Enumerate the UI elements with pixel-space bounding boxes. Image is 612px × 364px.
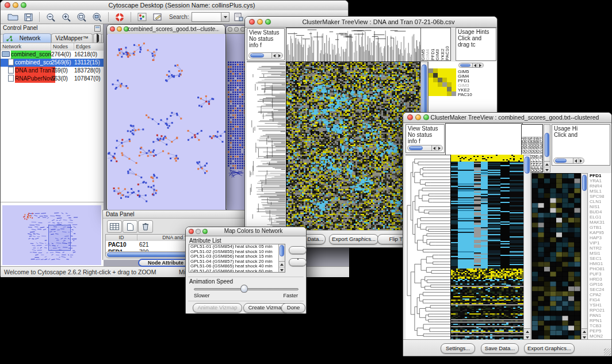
treeview1-titlebar[interactable]: ClusterMaker TreeView : DNA and Tran 07-… — [245, 17, 497, 28]
gene-label[interactable]: PHO81 — [590, 266, 611, 271]
attribute-list-scrollbar[interactable] — [278, 244, 285, 272]
minimize-button[interactable] — [13, 2, 18, 8]
scrollbar-arrows[interactable] — [472, 63, 483, 67]
gene-label[interactable]: PFD1 — [458, 79, 496, 83]
gene-label[interactable]: SPC98 — [590, 194, 611, 199]
scrollbar-arrows[interactable] — [431, 145, 442, 151]
minimize-button[interactable] — [257, 19, 263, 25]
network-graph-canvas[interactable] — [108, 34, 225, 210]
gene-label[interactable]: GIM3 — [458, 83, 496, 88]
gene-label[interactable]: PUF3 — [590, 271, 611, 277]
scrollbar-thumb[interactable] — [460, 64, 471, 67]
gene-label[interactable]: SEC1 — [590, 256, 611, 261]
tab-vizmapper[interactable]: VizMapper™ — [51, 33, 93, 43]
gene-label[interactable]: HRD3 — [590, 277, 611, 282]
gene-label[interactable]: YRA1 — [590, 178, 611, 183]
gene-label[interactable]: RPO21 — [590, 308, 611, 313]
close-button[interactable] — [110, 26, 115, 32]
tv2-heatmap-scrollbar[interactable] — [523, 155, 531, 340]
gene-label[interactable]: MAK31 — [590, 220, 611, 225]
zoom-fit-icon[interactable] — [91, 12, 104, 22]
gene-label[interactable]: MON2 — [590, 334, 611, 339]
minimize-button[interactable] — [196, 229, 201, 234]
close-button[interactable] — [189, 229, 194, 234]
export-graphics-button[interactable]: Export Graphics... — [524, 343, 575, 354]
search-input[interactable] — [192, 13, 221, 21]
main-titlebar[interactable]: Cytoscape Desktop (Session Name: collins… — [1, 1, 348, 11]
gene-label[interactable]: SEC24 — [590, 287, 611, 292]
tv2-labels-scrollbar[interactable] — [544, 124, 550, 173]
gene-label[interactable]: PEP5 — [590, 328, 611, 334]
zoom-selected-region-icon[interactable] — [75, 12, 88, 22]
gene-label[interactable]: BUD4 — [590, 209, 611, 214]
move-up-button[interactable] — [289, 246, 307, 254]
attribute-table-icon[interactable] — [107, 220, 122, 233]
scrollbar-thumb[interactable] — [409, 146, 423, 150]
scrollbar-thumb[interactable] — [582, 175, 587, 191]
tv1-usage-scrollbar[interactable] — [458, 63, 484, 68]
attribute-item[interactable]: GPL51-07 (GSM868) heat shock 60 min — [189, 269, 278, 273]
tv2-view-status-scrollbar[interactable] — [407, 145, 443, 151]
gene-label[interactable]: GIM5 — [458, 70, 496, 74]
gene-label[interactable]: PFD1 — [590, 173, 611, 178]
gene-label[interactable]: GIM4 — [458, 74, 496, 79]
gene-label[interactable]: ELG1 — [590, 214, 611, 220]
gene-label[interactable]: CPA2 — [590, 292, 611, 297]
array-column-label[interactable]: PAC10 — [445, 28, 450, 60]
gene-label[interactable]: MSI1 — [590, 251, 611, 256]
scrollbar-arrows[interactable] — [271, 53, 282, 58]
gene-label[interactable]: NIS1 — [590, 204, 611, 209]
gene-label[interactable]: FIG4 — [590, 297, 611, 302]
move-down-button[interactable] — [289, 258, 307, 266]
network-list-row[interactable]: RNAPuberNov2+!563(0)107847(0) — [1, 75, 104, 83]
gene-label[interactable]: RPN1 — [590, 318, 611, 323]
gene-label[interactable]: TCB3 — [590, 323, 611, 328]
network-overview-minimap[interactable] — [2, 205, 101, 265]
close-button[interactable] — [5, 2, 10, 8]
attribute-listbox[interactable]: GPL51-01 (GSM854) heat shock 05 minGPL51… — [189, 244, 285, 273]
minimize-button[interactable] — [234, 27, 239, 32]
tv1-column-dendrogram[interactable] — [286, 28, 421, 62]
scrollbar-arrows[interactable] — [582, 328, 587, 339]
help-lifesaver-icon[interactable] — [113, 12, 126, 22]
gene-label[interactable]: HMG1 — [590, 261, 611, 266]
tv1-row-dendrogram[interactable] — [247, 62, 285, 232]
network-list-row[interactable]: combined_sco2569(6)13112(15) — [1, 59, 104, 67]
scrollbar-thumb[interactable] — [250, 53, 264, 58]
gene-label[interactable]: PAC10 — [458, 93, 496, 97]
annotation-icon[interactable] — [151, 12, 164, 22]
scrollbar-thumb[interactable] — [545, 133, 549, 157]
scrollbar-arrows[interactable] — [544, 161, 550, 172]
tv2-usage-scrollbar[interactable] — [553, 158, 584, 164]
scrollbar-thumb[interactable] — [555, 159, 567, 163]
close-button[interactable] — [228, 27, 232, 32]
zoom-out-icon[interactable] — [44, 12, 57, 22]
minimize-button[interactable] — [117, 26, 122, 32]
scrollbar-thumb[interactable] — [280, 245, 284, 256]
resize-grip[interactable] — [604, 348, 611, 355]
close-button[interactable] — [249, 19, 255, 25]
animate-vizmap-button[interactable]: Animate Vizmap — [193, 303, 242, 313]
new-attribute-icon[interactable] — [123, 220, 137, 233]
tab-overflow-button[interactable] — [93, 33, 102, 43]
open-session-button[interactable] — [6, 12, 19, 22]
gene-label[interactable]: GTB1 — [590, 225, 611, 230]
network-list-row[interactable]: DNA and Tran 07769(0)183728(0) — [1, 67, 104, 75]
zoom-in-icon[interactable] — [60, 12, 72, 22]
close-button[interactable] — [407, 114, 413, 120]
gene-label[interactable]: VIP1 — [590, 240, 611, 246]
search-combobox[interactable] — [192, 12, 230, 22]
gene-label[interactable]: PAN1 — [590, 313, 611, 318]
delete-attribute-trash-icon[interactable] — [138, 220, 153, 233]
gene-label[interactable]: YKE2 — [458, 88, 496, 93]
tv2-detail-scrollbar[interactable] — [581, 173, 588, 340]
tv1-detail-heatmap[interactable] — [429, 68, 456, 96]
treeview2-titlebar[interactable]: ClusterMaker TreeView : combined_scores_… — [403, 113, 611, 123]
search-dropdown-button[interactable] — [221, 13, 229, 21]
gene-label[interactable]: CLN1 — [590, 199, 611, 204]
float-panel-icon[interactable] — [94, 25, 101, 32]
gene-label[interactable]: MSL1 — [590, 189, 611, 194]
tv1-view-status-scrollbar[interactable] — [248, 52, 283, 59]
scrollbar-arrows[interactable] — [279, 261, 285, 272]
gene-label[interactable]: KAP95 — [590, 230, 611, 235]
